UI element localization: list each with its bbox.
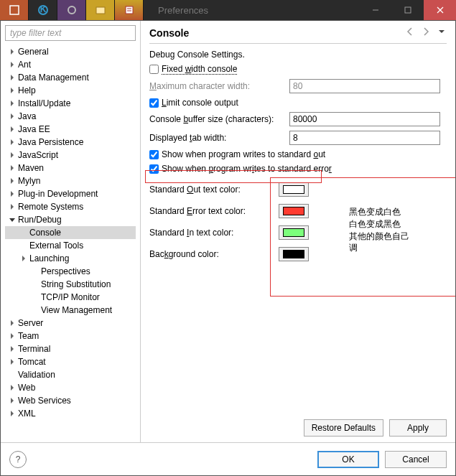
fixed-width-checkbox[interactable] — [149, 65, 159, 74]
tree-item-team[interactable]: Team — [5, 330, 136, 342]
tree-item-label: Launching — [29, 253, 69, 263]
apply-button[interactable]: Apply — [389, 419, 447, 437]
twisty-none — [19, 241, 28, 250]
limit-output-checkbox[interactable] — [149, 98, 159, 108]
twisty-closed-icon[interactable] — [8, 73, 17, 82]
twisty-closed-icon[interactable] — [8, 396, 17, 405]
maximize-button[interactable] — [391, 0, 424, 20]
svg-rect-0 — [10, 6, 19, 14]
tree-item-label: String Substitution — [41, 279, 111, 289]
stderr-color-button[interactable] — [279, 204, 309, 218]
tree-item-validation[interactable]: Validation — [5, 368, 136, 381]
tree-item-label: Java — [18, 111, 36, 121]
tree-item-tcp-ip-monitor[interactable]: TCP/IP Monitor — [5, 291, 136, 304]
tree-item-mylyn[interactable]: Mylyn — [5, 174, 136, 187]
twisty-closed-icon[interactable] — [8, 138, 17, 146]
twisty-none — [31, 280, 39, 289]
task-icon-5[interactable] — [115, 0, 144, 20]
twisty-closed-icon[interactable] — [8, 151, 17, 159]
filter-input[interactable] — [5, 25, 136, 41]
tree-item-external-tools[interactable]: External Tools — [5, 239, 136, 252]
twisty-closed-icon[interactable] — [8, 125, 17, 134]
buffer-input[interactable] — [289, 112, 440, 126]
preferences-dialog: GeneralAntData ManagementHelpInstall/Upd… — [0, 20, 456, 476]
nav-back-icon[interactable] — [405, 27, 415, 39]
tree-item-string-substitution[interactable]: String Substitution — [5, 278, 136, 291]
tab-width-input[interactable] — [289, 131, 440, 145]
svg-rect-9 — [405, 7, 411, 13]
twisty-closed-icon[interactable] — [8, 177, 17, 185]
tree-item-terminal[interactable]: Terminal — [5, 342, 136, 355]
nav-menu-icon[interactable] — [437, 27, 447, 39]
twisty-closed-icon[interactable] — [8, 332, 17, 340]
twisty-closed-icon[interactable] — [8, 345, 17, 353]
tree-item-label: Help — [18, 85, 36, 95]
show-stdout-label: Show when program writes to standard out — [162, 149, 325, 159]
ok-button[interactable]: OK — [317, 451, 379, 468]
right-panel: Console Debug Console Settings. Fixed wi… — [141, 21, 455, 442]
minimize-button[interactable] — [359, 0, 391, 20]
stdin-color-button[interactable] — [279, 225, 309, 240]
tree-item-help[interactable]: Help — [5, 84, 136, 97]
tree-item-maven[interactable]: Maven — [5, 162, 136, 174]
fixed-width-label: Fixed width console — [162, 64, 237, 75]
twisty-closed-icon[interactable] — [8, 383, 17, 392]
help-icon[interactable]: ? — [9, 451, 27, 468]
tree-item-tomcat[interactable]: Tomcat — [5, 355, 136, 368]
task-icon-3[interactable] — [57, 0, 86, 20]
tree-item-perspectives[interactable]: Perspectives — [5, 265, 136, 278]
twisty-closed-icon[interactable] — [8, 47, 17, 56]
tree-item-label: Tomcat — [18, 357, 46, 367]
restore-defaults-button[interactable]: Restore Defaults — [304, 419, 383, 437]
tree-item-console[interactable]: Console — [5, 226, 136, 239]
twisty-closed-icon[interactable] — [8, 190, 17, 198]
stdout-color-label: Standard Out text color: — [149, 185, 279, 195]
tree-item-java-ee[interactable]: Java EE — [5, 123, 136, 136]
show-stdout-checkbox[interactable] — [149, 150, 159, 159]
tree-item-label: Ant — [18, 60, 31, 70]
tree-item-javascript[interactable]: JavaScript — [5, 149, 136, 162]
twisty-closed-icon[interactable] — [8, 99, 17, 108]
tree-item-remote-systems[interactable]: Remote Systems — [5, 200, 136, 213]
tree-item-view-management[interactable]: View Management — [5, 304, 136, 317]
twisty-closed-icon[interactable] — [8, 86, 17, 95]
preference-tree[interactable]: GeneralAntData ManagementHelpInstall/Upd… — [5, 45, 136, 438]
stdout-color-button[interactable] — [279, 182, 309, 197]
tree-item-install-update[interactable]: Install/Update — [5, 97, 136, 110]
task-icon-1[interactable] — [0, 0, 29, 20]
twisty-closed-icon[interactable] — [8, 358, 17, 366]
bg-color-button[interactable] — [279, 247, 309, 261]
tree-item-run-debug[interactable]: Run/Debug — [5, 213, 136, 226]
twisty-closed-icon[interactable] — [8, 60, 17, 69]
task-icon-4[interactable] — [86, 0, 115, 20]
twisty-open-icon[interactable] — [8, 215, 17, 224]
task-icon-2[interactable]: K — [29, 0, 57, 20]
twisty-closed-icon[interactable] — [8, 202, 17, 211]
left-panel: GeneralAntData ManagementHelpInstall/Upd… — [1, 21, 141, 442]
tree-item-web[interactable]: Web — [5, 381, 136, 394]
tree-item-java-persistence[interactable]: Java Persistence — [5, 136, 136, 149]
twisty-none — [31, 306, 39, 314]
twisty-closed-icon[interactable] — [19, 254, 28, 263]
cancel-button[interactable]: Cancel — [385, 451, 447, 468]
tree-item-ant[interactable]: Ant — [5, 58, 136, 71]
tree-item-web-services[interactable]: Web Services — [5, 394, 136, 407]
annotation-text: 黑色变成白色 白色变成黑色 其他的颜色自己 调 — [349, 206, 409, 254]
tree-item-label: Mylyn — [18, 176, 40, 186]
twisty-closed-icon[interactable] — [8, 409, 17, 418]
tree-item-general[interactable]: General — [5, 45, 136, 58]
tree-item-java[interactable]: Java — [5, 110, 136, 123]
twisty-closed-icon[interactable] — [8, 112, 17, 121]
close-button[interactable] — [424, 0, 456, 20]
twisty-closed-icon[interactable] — [8, 319, 17, 327]
tree-item-plug-in-development[interactable]: Plug-in Development — [5, 187, 136, 200]
tree-item-data-management[interactable]: Data Management — [5, 71, 136, 84]
tree-item-label: Install/Update — [18, 98, 70, 108]
tree-item-xml[interactable]: XML — [5, 407, 136, 420]
tree-item-server[interactable]: Server — [5, 317, 136, 330]
tree-item-launching[interactable]: Launching — [5, 252, 136, 265]
show-stderr-checkbox[interactable] — [149, 164, 159, 174]
nav-fwd-icon[interactable] — [421, 27, 431, 39]
twisty-none — [19, 228, 28, 237]
twisty-closed-icon[interactable] — [8, 164, 17, 172]
